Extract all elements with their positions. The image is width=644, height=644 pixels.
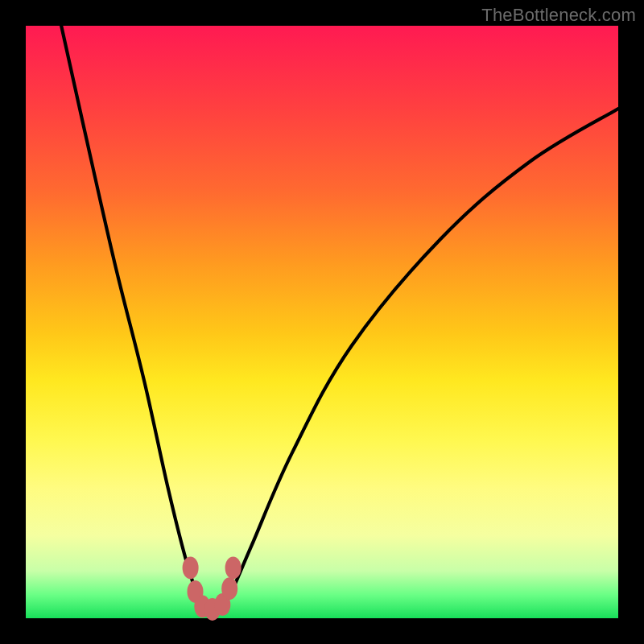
bottleneck-curve: [61, 26, 618, 615]
watermark-text: TheBottleneck.com: [481, 5, 636, 26]
chart-svg: [26, 26, 618, 618]
marker-right-cluster-top: [225, 556, 242, 579]
marker-left-cluster-top: [183, 556, 199, 579]
chart-frame: TheBottleneck.com: [0, 0, 644, 644]
marker-right-cluster-low: [221, 577, 237, 600]
chart-plot-area: [26, 26, 618, 618]
marker-group: [183, 556, 242, 621]
